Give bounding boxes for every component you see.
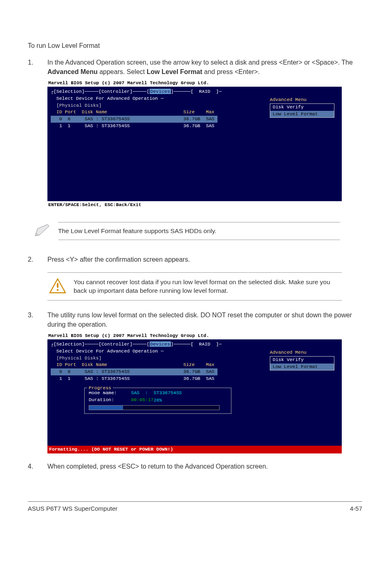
adv-menu-low-level-format-2: Low Level Format: [270, 364, 334, 370]
bios-tab-devices-2: Devices: [150, 341, 171, 347]
step-3-text: The utility runs low level format on the…: [47, 312, 352, 328]
advanced-menu-title-2: Advanced Menu: [270, 349, 334, 356]
page-footer: ASUS P6T7 WS SuperComputer 4-57: [28, 501, 362, 513]
step-1-text-e: and press <Enter>.: [202, 68, 260, 75]
progress-bar: [89, 405, 220, 410]
progress-mode-value: SAS : ST336754SS: [131, 390, 182, 395]
step-3: The utility runs low level format on the…: [28, 310, 362, 453]
note-1-text: The Low Level Format feature supports SA…: [58, 222, 340, 240]
step-1-bold-llf: Low Level Format: [147, 68, 202, 75]
progress-bar-fill: [89, 406, 123, 410]
bios-disk-row-0: 0 0 SAS : ST336754SS 36.7GB SAS: [51, 116, 217, 123]
pencil-icon: [33, 224, 51, 238]
bios-tab-row-2: ┌[Selection]─────[Controller]─────[Devic…: [51, 341, 338, 348]
step-2-text: Press <Y> after the confirmation screen …: [47, 256, 190, 263]
instruction-list-cont: Press <Y> after the confirmation screen …: [28, 255, 362, 264]
progress-percent: 26%: [89, 397, 227, 404]
bios-disk-row-1: 1 1 SAS : ST336754SS 36.7GB SAS: [51, 123, 217, 130]
bios-tab-row: ┌[Selection]─────[Controller]─────[Devic…: [51, 88, 338, 95]
note-warning: You cannot recover lost data if you run …: [47, 272, 342, 301]
bios-screenshot-2: Marvell BIOS Setup (c) 2007 Marvell Tech…: [47, 332, 342, 453]
step-4-text: When completed, press <ESC> to return to…: [47, 463, 268, 470]
bios-footer-1: ENTER/SPACE:Select, ESC:Back/Exit: [47, 201, 342, 209]
warning-icon: [49, 278, 66, 294]
advanced-menu-title: Advanced Menu: [270, 97, 334, 103]
footer-product: ASUS P6T7 WS SuperComputer: [28, 504, 117, 513]
svg-rect-3: [57, 283, 58, 288]
advanced-menu-popup: Advanced Menu Disk Verify Low Level Form…: [270, 97, 334, 118]
bios-footer-2: Formatting.... (DO NOT RESET or POWER DO…: [47, 446, 342, 453]
progress-title: Progress: [87, 385, 113, 392]
step-1-text-a: In the Advanced Operation screen, use th…: [47, 59, 353, 66]
step-4: When completed, press <ESC> to return to…: [28, 462, 362, 471]
svg-point-4: [57, 289, 59, 291]
bios-title: Marvell BIOS Setup (c) 2007 Marvell Tech…: [47, 79, 342, 87]
adv-menu-disk-verify-2: Disk Verify: [270, 357, 334, 364]
bios-screenshot-1: Marvell BIOS Setup (c) 2007 Marvell Tech…: [47, 79, 342, 209]
note-2-text: You cannot recover lost data if you run …: [74, 278, 340, 295]
bios-disk-row-0b: 0 0 SAS : ST336754SS 36.7GB SAS: [51, 368, 217, 375]
bios-title-2: Marvell BIOS Setup (c) 2007 Marvell Tech…: [47, 332, 342, 340]
step-1-bold-advanced-menu: Advanced Menu: [47, 68, 98, 75]
step-1-text-c: appears. Select: [98, 68, 147, 75]
instruction-list: In the Advanced Operation screen, use th…: [28, 58, 362, 209]
footer-page-number: 4-57: [350, 504, 362, 513]
adv-menu-disk-verify: Disk Verify: [270, 104, 334, 111]
progress-popup: Progress Mode Name: SAS : ST336754SS Dur…: [84, 388, 231, 414]
instructions-heading: To run Low Level Format: [28, 41, 362, 50]
advanced-menu-popup-2: Advanced Menu Disk Verify Low Level Form…: [270, 349, 334, 370]
bios-tab-devices: Devices: [150, 89, 171, 94]
bios-disk-row-1b: 1 1 SAS : ST336754SS 36.7GB SAS: [51, 375, 217, 382]
adv-menu-low-level-format: Low Level Format: [270, 111, 334, 118]
note-pencil: The Low Level Format feature supports SA…: [31, 217, 342, 245]
step-1: In the Advanced Operation screen, use th…: [28, 58, 362, 209]
instruction-list-cont2: The utility runs low level format on the…: [28, 310, 362, 471]
step-2: Press <Y> after the confirmation screen …: [28, 255, 362, 264]
